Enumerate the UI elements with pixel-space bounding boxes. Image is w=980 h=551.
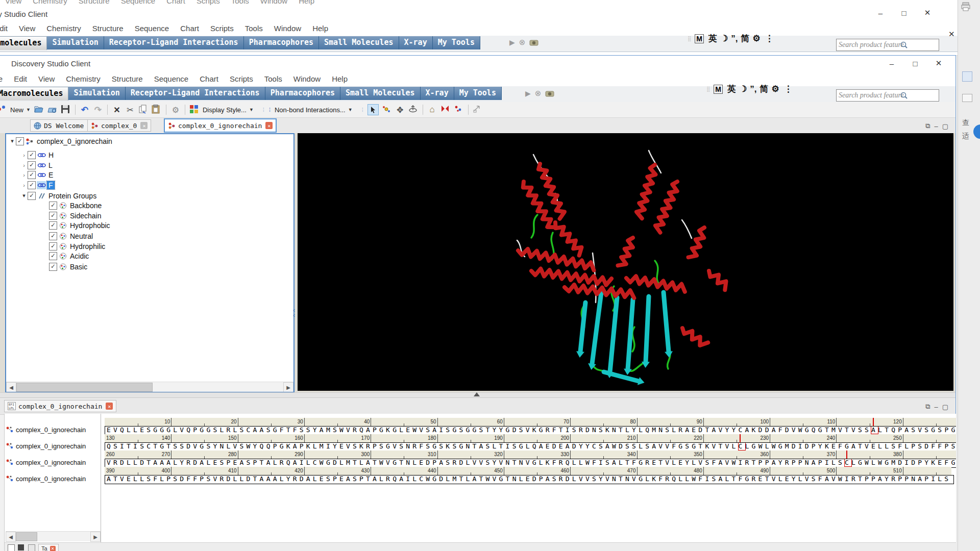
ribbon-tab-my-tools[interactable]: My Tools bbox=[433, 36, 480, 49]
splitter-collapse-icon[interactable] bbox=[474, 392, 480, 396]
sequence-residues-row[interactable]: ATVELLSFLPSDFFPSVRDLLDTAAALYRDALESPEASPT… bbox=[105, 475, 954, 484]
visibility-checkbox[interactable]: ✓ bbox=[28, 161, 36, 169]
menu-view[interactable]: View bbox=[13, 21, 41, 33]
ribbon-tab-pharmacophores[interactable]: Pharmacophores bbox=[244, 36, 319, 49]
expand-collapse-icon-collapsed[interactable]: › bbox=[20, 162, 28, 168]
tree-item-label[interactable]: Backbone bbox=[68, 202, 103, 210]
tree-item-label[interactable]: Sidechain bbox=[68, 212, 103, 220]
bg-minimize-button[interactable]: – bbox=[869, 6, 892, 20]
tree-chain-e[interactable]: ›✓E bbox=[20, 170, 55, 180]
visibility-checkbox[interactable]: ✓ bbox=[49, 263, 57, 271]
menu-window[interactable]: Window bbox=[288, 72, 326, 83]
bg-maximize-button[interactable]: □ bbox=[892, 6, 916, 20]
tree-item-label[interactable]: L bbox=[47, 161, 54, 169]
menu-scripts[interactable]: Scripts bbox=[224, 72, 259, 83]
ribbon-tab-receptor-ligand-interactions[interactable]: Receptor-Ligand Interactions bbox=[104, 36, 244, 49]
ribbon-tab-my-tools[interactable]: My Tools bbox=[454, 87, 502, 100]
ribbon-tab-x-ray[interactable]: X-ray bbox=[399, 36, 433, 49]
molecule-3d-viewport[interactable] bbox=[298, 133, 953, 391]
tree-group-basic[interactable]: ✓Basic bbox=[42, 262, 89, 271]
clear-view-icon[interactable] bbox=[473, 105, 483, 115]
tree-item-label[interactable]: complex_0_ignorechain bbox=[35, 137, 114, 145]
visibility-checkbox[interactable]: ✓ bbox=[28, 151, 36, 159]
ime-drag-handle[interactable]: ⣿ bbox=[706, 86, 710, 92]
menu-file[interactable]: File bbox=[0, 72, 8, 83]
ime-punctuation-icon[interactable]: ”, bbox=[731, 34, 738, 43]
panel-maximize-icon[interactable]: ▢ bbox=[942, 403, 948, 411]
run-script-icon[interactable]: ▶ bbox=[525, 89, 531, 97]
right-strip-icon[interactable] bbox=[962, 94, 972, 102]
ime-logo-icon[interactable]: M bbox=[695, 34, 704, 43]
close-button[interactable]: ✕ bbox=[927, 56, 950, 71]
menu-edit[interactable]: Edit bbox=[8, 72, 33, 83]
scroll-left-icon[interactable]: ◀ bbox=[6, 532, 16, 542]
tree-item-label[interactable]: Basic bbox=[68, 263, 89, 271]
nonbond-interactions-button[interactable]: Non-bond Interactions... bbox=[275, 106, 346, 114]
reset-view-home-icon[interactable]: ⌂ bbox=[427, 105, 437, 115]
menu-sequence[interactable]: Sequence bbox=[129, 21, 175, 33]
tree-item-label[interactable]: E bbox=[47, 171, 55, 179]
expand-collapse-icon-expanded[interactable]: ▾ bbox=[20, 192, 28, 199]
nonbond-dropdown-icon[interactable]: ▼ bbox=[348, 107, 353, 112]
snapshot-icon[interactable] bbox=[545, 90, 554, 97]
search-icon[interactable] bbox=[900, 91, 908, 99]
stop-script-icon[interactable]: ⊗ bbox=[535, 89, 542, 98]
ribbon-tab-small-molecules[interactable]: Small Molecules bbox=[319, 36, 399, 49]
tree-group-backbone[interactable]: ✓Backbone bbox=[42, 201, 103, 210]
menu-view[interactable]: View bbox=[33, 72, 60, 83]
tree-chain-f[interactable]: ›✓F bbox=[20, 180, 55, 190]
select-atom-icon[interactable] bbox=[382, 105, 392, 115]
minimize-button[interactable]: – bbox=[880, 56, 903, 71]
ime-simplified-icon[interactable]: 简 bbox=[741, 34, 749, 43]
splitter-collapse-icon[interactable]: ‹‹ bbox=[293, 308, 295, 318]
hierarchy-hscrollbar[interactable]: ◀ ▶ bbox=[6, 382, 293, 392]
panel-float-icon[interactable]: ⧉ bbox=[925, 403, 930, 411]
new-molecule-icon[interactable] bbox=[0, 105, 7, 115]
redo-icon[interactable]: ↷ bbox=[93, 105, 103, 115]
sequence-row-label[interactable]: complex_0_ignorechain bbox=[6, 425, 86, 434]
sequence-row-label[interactable]: complex_0_ignorechain bbox=[6, 442, 86, 450]
ime-language-icon[interactable]: 英 bbox=[727, 84, 736, 94]
sequence-row-label[interactable]: complex_0_ignorechain bbox=[6, 474, 86, 483]
rotate-tool-icon[interactable] bbox=[408, 105, 419, 115]
visibility-checkbox[interactable]: ✓ bbox=[49, 221, 57, 230]
tree-group-neutral[interactable]: ✓Neutral bbox=[42, 231, 94, 241]
menu-chemistry[interactable]: Chemistry bbox=[60, 72, 106, 83]
stop-script-icon[interactable]: ⊗ bbox=[519, 38, 526, 47]
menu-help[interactable]: Help bbox=[307, 21, 334, 33]
menu-tools[interactable]: Tools bbox=[239, 21, 268, 33]
ribbon-tab-x-ray[interactable]: X-ray bbox=[421, 87, 454, 100]
menu-scripts[interactable]: Scripts bbox=[205, 21, 239, 33]
display-style-button[interactable]: Display Style... bbox=[203, 106, 247, 114]
expand-collapse-icon-collapsed[interactable]: › bbox=[20, 172, 28, 178]
scroll-thumb[interactable] bbox=[16, 532, 37, 541]
copy-icon[interactable] bbox=[138, 105, 149, 115]
tree-group-hydrophobic[interactable]: ✓Hydrophobic bbox=[42, 220, 112, 230]
visibility-checkbox[interactable]: ✓ bbox=[16, 137, 24, 145]
visibility-checkbox[interactable]: ✓ bbox=[49, 212, 57, 220]
tree-item-label[interactable]: Hydrophobic bbox=[68, 221, 112, 230]
ribbon-tab-small-molecules[interactable]: Small Molecules bbox=[340, 87, 420, 100]
tab-complex-0-ignorechain[interactable]: complex_0_ignorechain✕ bbox=[164, 118, 277, 133]
right-strip-badge[interactable] bbox=[973, 124, 980, 139]
menu-tools[interactable]: Tools bbox=[259, 72, 288, 83]
save-icon[interactable] bbox=[61, 105, 71, 115]
visibility-checkbox[interactable]: ✓ bbox=[28, 181, 36, 189]
tree-item-label[interactable]: Hydrophilic bbox=[68, 242, 107, 251]
menu-edit[interactable]: Edit bbox=[0, 21, 13, 33]
tree-root[interactable]: ▾✓complex_0_ignorechain bbox=[9, 136, 114, 146]
visibility-checkbox[interactable]: ✓ bbox=[49, 232, 57, 240]
delete-icon[interactable]: ✕ bbox=[112, 105, 122, 115]
tree-item-label[interactable]: H bbox=[47, 151, 55, 159]
toolbar-drag-handle[interactable]: ⁞ bbox=[269, 107, 271, 113]
panel-minimize-icon[interactable]: – bbox=[934, 122, 938, 130]
new-dropdown-icon[interactable]: ▼ bbox=[26, 107, 31, 112]
menu-sequence[interactable]: Sequence bbox=[149, 72, 194, 83]
bg-search-box[interactable]: Search product feature bbox=[836, 39, 939, 51]
tree-item-label[interactable]: Protein Groups bbox=[47, 192, 98, 200]
expand-collapse-icon-expanded[interactable]: ▾ bbox=[9, 138, 16, 144]
visibility-checkbox[interactable]: ✓ bbox=[49, 242, 57, 251]
ime-more-icon[interactable]: ⋮ bbox=[765, 33, 774, 44]
ribbon-tab-simulation[interactable]: Simulation bbox=[47, 36, 104, 49]
panel-minimize-icon[interactable]: – bbox=[934, 403, 938, 411]
